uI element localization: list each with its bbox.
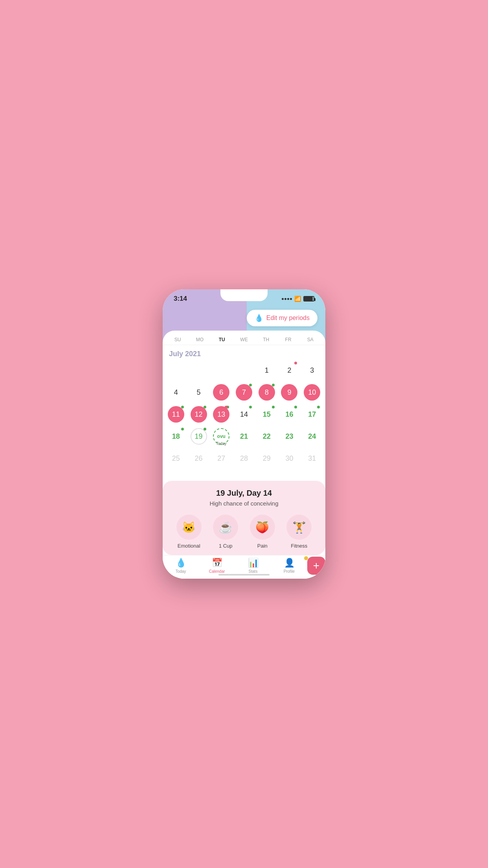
green-dot-11 [181,406,184,408]
day-mo: MO [189,337,211,342]
date-12: 12 [195,410,203,419]
cal-cell-6[interactable]: 6 [210,382,232,403]
bottom-icons: 🐱 Emotional ☕ 1 Cup 🍑 Pain 🏋️ Fitness [171,515,317,549]
date-27: 27 [217,454,225,463]
profile-icon: 👤 [284,558,295,568]
stats-label: Stats [249,569,258,574]
ovu-label: ovu [217,434,226,439]
drop-icon: 💧 [255,314,263,322]
date-22: 22 [263,432,271,441]
cal-cell-1[interactable]: 1 [256,360,278,381]
add-button[interactable]: + [307,557,325,575]
month-label: July 2021 [163,345,325,360]
cup-label: 1 Cup [219,543,233,549]
date-8: 8 [265,388,269,397]
cal-cell-24[interactable]: 24 [301,426,323,447]
date-2: 2 [287,366,291,375]
tab-stats[interactable]: 📊 Stats [235,558,271,574]
cal-cell-11[interactable]: 11 [165,404,187,425]
emotional-label: Emotional [178,543,200,549]
status-icons: 📶 [282,296,314,302]
cal-cell-10[interactable]: 10 [301,382,323,403]
day-tu: TU [211,337,233,342]
cal-cell-19[interactable]: 19 [188,426,210,447]
green-dot-12 [204,406,206,408]
green-dot-16 [294,406,297,408]
date-1: 1 [265,366,269,375]
cal-cell-15[interactable]: 15 [256,404,278,425]
date-28: 28 [240,454,248,463]
cal-cell-29[interactable]: 29 [256,448,278,469]
bottom-subtitle: High chance of conceiving [171,500,317,507]
green-dot-8 [272,384,275,386]
day-sa: SA [299,337,321,342]
calendar-label: Calendar [209,569,225,574]
cal-cell-27[interactable]: 27 [210,448,232,469]
date-6: 6 [219,388,223,397]
day-su: SU [167,337,189,342]
cal-cell-8[interactable]: 8 [256,382,278,403]
cal-cell-25[interactable]: 25 [165,448,187,469]
green-dot-18 [181,428,184,430]
date-5: 5 [197,388,201,397]
cal-cell-28[interactable]: 28 [233,448,255,469]
day-headers: SU MO TU WE TH FR SA [163,331,325,345]
cal-cell-12[interactable]: 12 [188,404,210,425]
green-dot-14 [249,406,252,408]
wifi-icon: 📶 [294,296,301,302]
red-dot-2 [294,362,297,364]
cal-cell-16[interactable]: 16 [279,404,301,425]
date-26: 26 [195,454,203,463]
tab-calendar[interactable]: 📅 Calendar [199,558,235,574]
profile-notification-dot [304,556,308,560]
date-11: 11 [172,410,180,419]
notch [220,289,268,301]
date-19: 19 [195,432,203,441]
battery-icon [303,296,314,302]
cal-cell-21[interactable]: 21 [233,426,255,447]
tab-today[interactable]: 💧 Today [163,558,199,574]
date-10: 10 [308,388,316,397]
cup-icon: ☕ [213,515,238,540]
date-17: 17 [308,410,316,419]
day-th: TH [255,337,277,342]
cal-cell-17[interactable]: 17 [301,404,323,425]
pain-icon: 🍑 [250,515,275,540]
profile-label: Profile [284,569,295,574]
date-24: 24 [308,432,316,441]
cal-cell-20-ovu[interactable]: ovu Today [210,426,232,447]
cal-cell-3[interactable]: 3 [301,360,323,381]
cal-cell-31[interactable]: 31 [301,448,323,469]
date-7: 7 [242,388,246,397]
cal-cell-empty3 [210,360,232,381]
calendar-grid: 1 2 3 4 5 6 7 [163,360,325,469]
edit-periods-button[interactable]: 💧 Edit my periods [247,310,317,326]
cal-cell-7[interactable]: 7 [233,382,255,403]
icon-pain[interactable]: 🍑 Pain [250,515,275,549]
date-18: 18 [172,432,180,441]
cal-cell-26[interactable]: 26 [188,448,210,469]
cal-cell-23[interactable]: 23 [279,426,301,447]
date-14: 14 [240,410,248,419]
signal-icon [282,298,292,300]
cal-cell-2[interactable]: 2 [279,360,301,381]
date-13: 13 [217,410,225,419]
icon-1cup[interactable]: ☕ 1 Cup [213,515,238,549]
date-23: 23 [285,432,293,441]
cal-cell-5[interactable]: 5 [188,382,210,403]
stats-icon: 📊 [248,558,259,568]
emotional-icon: 🐱 [176,515,202,540]
cal-cell-4[interactable]: 4 [165,382,187,403]
icon-fitness[interactable]: 🏋️ Fitness [286,515,312,549]
icon-emotional[interactable]: 🐱 Emotional [176,515,202,549]
cal-cell-22[interactable]: 22 [256,426,278,447]
cal-cell-9[interactable]: 9 [279,382,301,403]
tab-profile[interactable]: 👤 Profile [271,558,307,574]
cal-cell-18[interactable]: 18 [165,426,187,447]
cal-cell-14[interactable]: 14 [233,404,255,425]
date-4: 4 [174,388,178,397]
date-31: 31 [308,454,316,463]
cal-cell-empty4 [233,360,255,381]
cal-cell-13[interactable]: 13 [210,404,232,425]
cal-cell-30[interactable]: 30 [279,448,301,469]
